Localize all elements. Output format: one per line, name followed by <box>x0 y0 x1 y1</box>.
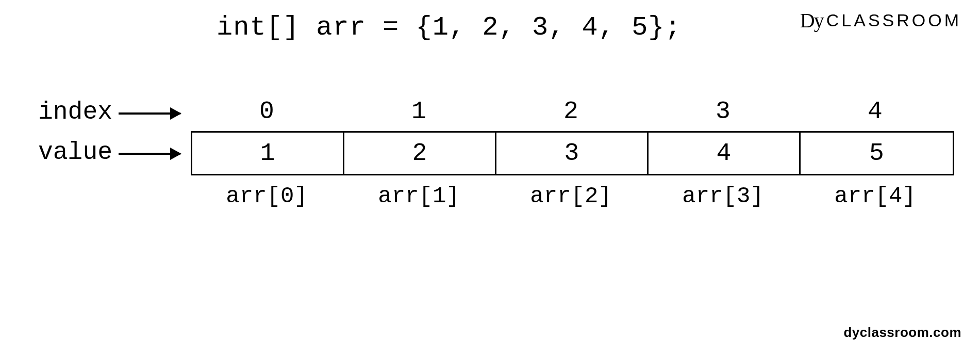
access-cell: arr[1] <box>343 181 495 212</box>
values-row: 1 2 3 4 5 <box>191 131 954 175</box>
arrow-right-icon <box>119 112 180 115</box>
access-cell: arr[2] <box>495 181 647 212</box>
indices-row: 0 1 2 3 4 <box>191 96 951 127</box>
access-cell: arr[3] <box>647 181 799 212</box>
brand-mark-icon: Dy <box>800 8 823 33</box>
value-cell: 1 <box>192 133 344 174</box>
access-cell: arr[4] <box>799 181 951 212</box>
access-cell: arr[0] <box>191 181 343 212</box>
arrow-right-icon <box>119 153 180 155</box>
index-cell: 1 <box>343 96 495 127</box>
code-declaration: int[] arr = {1, 2, 3, 4, 5}; <box>217 12 682 43</box>
index-cell: 0 <box>191 96 343 127</box>
value-cell: 2 <box>344 133 496 174</box>
brand-logo: Dy CLASSROOM <box>800 8 961 33</box>
value-cell: 4 <box>649 133 801 174</box>
label-index: index <box>9 98 112 126</box>
index-cell: 4 <box>799 96 951 127</box>
label-value: value <box>9 138 112 166</box>
value-cell: 5 <box>801 133 953 174</box>
value-cell: 3 <box>496 133 649 174</box>
brand-name: CLASSROOM <box>826 10 961 30</box>
footer-url: dyclassroom.com <box>843 325 961 341</box>
access-row: arr[0] arr[1] arr[2] arr[3] arr[4] <box>191 181 951 212</box>
index-cell: 3 <box>647 96 799 127</box>
index-cell: 2 <box>495 96 647 127</box>
